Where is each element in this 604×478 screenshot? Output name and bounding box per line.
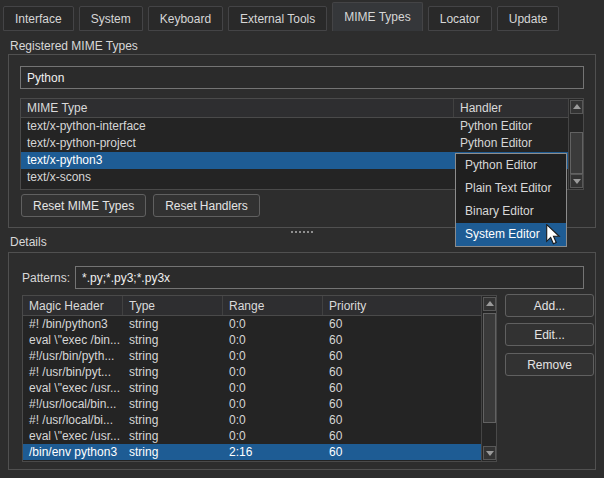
tab-update[interactable]: Update xyxy=(497,6,560,31)
priority-cell: 60 xyxy=(323,348,481,364)
scroll-down-button[interactable] xyxy=(483,446,496,460)
dropdown-item-binary-editor[interactable]: Binary Editor xyxy=(456,200,566,223)
priority-cell: 60 xyxy=(323,332,481,348)
handler-cell: Python Editor xyxy=(454,118,583,135)
magic-header-cell: #! /usr/bin/pyt... xyxy=(23,364,123,380)
range-cell: 0:0 xyxy=(223,348,323,364)
scroll-up-button[interactable] xyxy=(483,297,496,311)
type-cell: string xyxy=(123,444,223,460)
mime-table-row[interactable]: text/x-python-interfacePython Editor xyxy=(21,118,583,135)
range-cell: 0:0 xyxy=(223,412,323,428)
reset-handlers-button[interactable]: Reset Handlers xyxy=(153,194,260,217)
magic-table-row[interactable]: #! /usr/bin/pyt...string0:060 xyxy=(23,364,496,380)
mime-table-scrollbar[interactable] xyxy=(568,99,583,189)
patterns-input[interactable] xyxy=(75,266,584,289)
scrollbar-thumb[interactable] xyxy=(483,313,496,423)
magic-header-cell: eval \"exec /usr... xyxy=(23,380,123,396)
magic-header-cell: eval \"exec /usr... xyxy=(23,428,123,444)
priority-cell: 60 xyxy=(323,396,481,412)
tab-mime-types[interactable]: MIME Types xyxy=(332,2,422,31)
column-header-handler[interactable]: Handler xyxy=(454,99,568,117)
magic-table-row[interactable]: eval \"exec /usr...string0:060 xyxy=(23,428,496,444)
scroll-up-icon xyxy=(573,104,581,109)
mime-type-cell: text/x-python3 xyxy=(21,152,454,169)
magic-table-row[interactable]: eval \"exec /bin...string0:060 xyxy=(23,332,496,348)
magic-table-row[interactable]: #! /usr/local/bi...string0:060 xyxy=(23,412,496,428)
handler-cell: Python Editor xyxy=(454,135,583,152)
mime-filter-input[interactable] xyxy=(20,66,584,89)
priority-cell: 60 xyxy=(323,444,481,460)
magic-table-row[interactable]: #!/usr/bin/pyth...string0:060 xyxy=(23,348,496,364)
tab-external-tools[interactable]: External Tools xyxy=(228,6,327,31)
splitter-handle[interactable] xyxy=(291,231,293,233)
mouse-cursor xyxy=(546,224,561,245)
range-cell: 0:0 xyxy=(223,380,323,396)
group-title-details: Details xyxy=(10,235,47,249)
type-cell: string xyxy=(123,316,223,332)
group-title-registered-mime-types: Registered MIME Types xyxy=(10,39,138,53)
scrollbar-thumb[interactable] xyxy=(570,132,583,174)
edit-button[interactable]: Edit... xyxy=(505,323,594,346)
magic-header-cell: #! /usr/local/bi... xyxy=(23,412,123,428)
magic-table-row[interactable]: eval \"exec /usr...string0:060 xyxy=(23,380,496,396)
column-header-type[interactable]: Type xyxy=(123,296,223,315)
magic-headers-table[interactable]: Magic Header Type Range Priority #! /bin… xyxy=(22,295,497,462)
type-cell: string xyxy=(123,428,223,444)
mime-type-cell: text/x-python-project xyxy=(21,135,454,152)
scroll-down-icon xyxy=(573,179,581,184)
reset-mime-types-button[interactable]: Reset MIME Types xyxy=(21,194,146,217)
priority-cell: 60 xyxy=(323,428,481,444)
magic-header-cell: eval \"exec /bin... xyxy=(23,332,123,348)
tab-interface[interactable]: Interface xyxy=(3,6,74,31)
tab-keyboard[interactable]: Keyboard xyxy=(148,6,223,31)
add-button[interactable]: Add... xyxy=(505,294,594,317)
range-cell: 0:0 xyxy=(223,428,323,444)
magic-header-cell: /bin/env python3 xyxy=(23,444,123,460)
reset-buttons-row: Reset MIME Types Reset Handlers xyxy=(21,194,260,217)
dropdown-item-plain-text-editor[interactable]: Plain Text Editor xyxy=(456,177,566,200)
magic-table-row[interactable]: #! /bin/python3string0:060 xyxy=(23,316,496,332)
range-cell: 0:0 xyxy=(223,364,323,380)
magic-table-header[interactable]: Magic Header Type Range Priority xyxy=(23,296,496,316)
range-cell: 0:0 xyxy=(223,396,323,412)
type-cell: string xyxy=(123,412,223,428)
magic-header-cell: #! /bin/python3 xyxy=(23,316,123,332)
column-header-mime-type[interactable]: MIME Type xyxy=(21,99,454,117)
type-cell: string xyxy=(123,380,223,396)
column-header-magic-header[interactable]: Magic Header xyxy=(23,296,123,315)
type-cell: string xyxy=(123,396,223,412)
mime-table-header[interactable]: MIME Type Handler xyxy=(21,99,583,118)
tab-locator[interactable]: Locator xyxy=(428,6,492,31)
type-cell: string xyxy=(123,348,223,364)
scroll-up-icon xyxy=(486,301,494,306)
magic-table-scrollbar[interactable] xyxy=(481,296,496,461)
tab-system[interactable]: System xyxy=(79,6,143,31)
magic-table-row[interactable]: #!/usr/local/bin...string0:060 xyxy=(23,396,496,412)
mime-table-row[interactable]: text/x-python-projectPython Editor xyxy=(21,135,583,152)
magic-header-cell: #!/usr/local/bin... xyxy=(23,396,123,412)
scroll-down-icon xyxy=(486,451,494,456)
scroll-up-button[interactable] xyxy=(570,100,583,114)
mime-type-cell: text/x-python-interface xyxy=(21,118,454,135)
magic-table-body: #! /bin/python3string0:060eval \"exec /b… xyxy=(23,316,496,460)
tab-bar: InterfaceSystemKeyboardExternal ToolsMIM… xyxy=(3,2,564,31)
patterns-label: Patterns: xyxy=(22,271,70,285)
magic-table-row[interactable]: /bin/env python3string2:1660 xyxy=(23,444,496,460)
range-cell: 0:0 xyxy=(223,316,323,332)
mime-type-cell: text/x-scons xyxy=(21,169,454,186)
type-cell: string xyxy=(123,332,223,348)
priority-cell: 60 xyxy=(323,412,481,428)
column-header-range[interactable]: Range xyxy=(223,296,323,315)
range-cell: 0:0 xyxy=(223,332,323,348)
dropdown-item-python-editor[interactable]: Python Editor xyxy=(456,154,566,177)
priority-cell: 60 xyxy=(323,380,481,396)
magic-header-cell: #!/usr/bin/pyth... xyxy=(23,348,123,364)
range-cell: 2:16 xyxy=(223,444,323,460)
column-header-priority[interactable]: Priority xyxy=(323,296,481,315)
priority-cell: 60 xyxy=(323,316,481,332)
type-cell: string xyxy=(123,364,223,380)
remove-button[interactable]: Remove xyxy=(505,353,594,376)
priority-cell: 60 xyxy=(323,364,481,380)
scroll-down-button[interactable] xyxy=(570,174,583,188)
